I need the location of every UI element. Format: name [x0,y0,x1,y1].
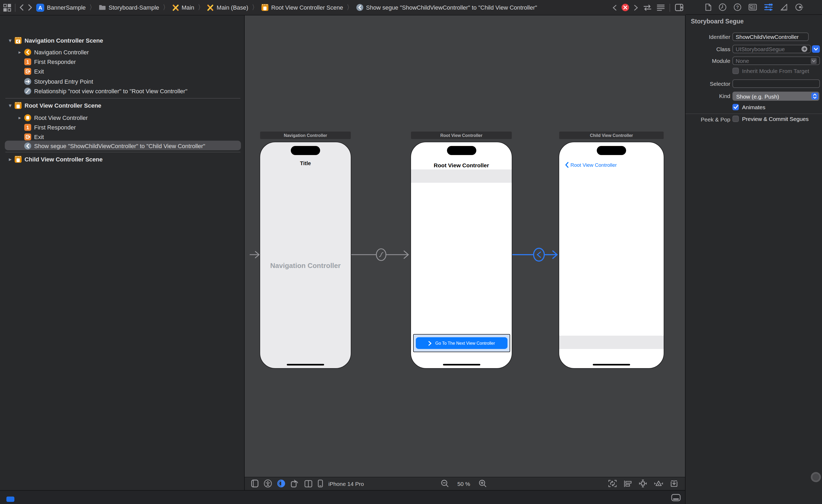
breadcrumb-storyboard[interactable]: Main [172,4,194,11]
forward-button[interactable] [28,4,32,11]
tab-file-inspector[interactable] [705,3,711,11]
outline-label: Root View Controller Scene [25,102,101,108]
outline-row-first-responder[interactable]: 1 First Responder [0,57,268,66]
home-indicator [287,364,324,365]
breadcrumb-scene[interactable]: Root View Controller Scene [261,4,343,11]
scene-title-bar-root-view-controller[interactable]: Root View Controller [410,131,512,140]
breadcrumb-storyboard-base[interactable]: Main (Base) [207,4,249,11]
back-bar-button[interactable]: Root View Controller [565,162,617,168]
inspector-divider[interactable] [685,15,686,504]
module-label: Module [688,58,730,64]
storyboard-file-icon [207,4,214,11]
breadcrumb-group[interactable]: Storyboard-Sample [99,4,159,11]
selector-input[interactable] [736,80,817,87]
disclosure-open-icon[interactable]: ▾ [7,103,13,108]
tab-attributes-inspector-selected[interactable] [764,3,773,11]
outline-row-exit[interactable]: Exit [0,67,268,76]
panel-toggle-icon[interactable] [671,494,681,501]
breadcrumb-separator: 〉 [347,3,352,12]
breadcrumb-separator: 〉 [163,3,168,12]
error-badge-icon[interactable] [622,4,629,11]
kind-popup-button[interactable]: Show (e.g. Push) [733,92,819,101]
split-view-icon[interactable] [304,480,312,487]
outline-label: Storyboard Entry Point [34,78,93,84]
storyboard-canvas[interactable]: Navigation Controller Root View Controll… [245,15,685,477]
outline-row-navigation-controller[interactable]: ▸ Navigation Controller [0,47,261,56]
editor-grid-icon[interactable] [3,3,11,11]
show-segue-connector [512,248,557,261]
entry-point-icon [24,78,31,85]
accessibility-icon[interactable] [264,479,272,487]
tab-connections-inspector[interactable] [795,3,803,11]
add-editor-icon[interactable] [675,4,684,11]
zoom-out-icon[interactable] [441,479,449,487]
toolbar-right-controls [612,0,684,15]
disclosure-closed-icon[interactable]: ▸ [17,115,22,120]
outline-row-nav-scene[interactable]: ▾ Navigation Controller Scene [0,36,252,45]
disclosure-closed-icon[interactable]: ▸ [17,49,22,55]
disclosure-open-icon[interactable]: ▾ [7,38,13,43]
outline-row-show-segue[interactable]: Show segue "ShowChildViewController" to … [0,141,268,150]
outline-row-root-scene[interactable]: ▾ Root View Controller Scene [0,101,252,110]
tab-identity-inspector[interactable] [748,4,757,11]
breadcrumb-segue[interactable]: Show segue "ShowChildViewController" to … [356,4,537,11]
zoom-in-icon[interactable] [479,479,487,487]
scene-title-bar-child-view-controller[interactable]: Child View Controller [559,131,664,140]
selector-field-wrap [733,79,820,88]
phone-child-view-controller[interactable]: Root View Controller [559,142,664,369]
storyboard-file-icon [172,4,179,11]
exit-icon [24,67,31,75]
phone-icon[interactable] [318,479,323,487]
add-constraints-icon[interactable] [639,479,647,487]
toolbar-left-controls: A BannerSample 〉 Storyboard-Sample 〉 Mai… [3,0,537,15]
outline-row-first-responder-2[interactable]: 1 First Responder [0,123,268,132]
next-issue-button[interactable] [634,5,638,10]
module-dropdown-icon[interactable] [811,58,817,64]
orientation-icon[interactable] [291,479,299,487]
zoom-level[interactable]: 50 % [457,480,470,487]
storyboard-tab-indicator[interactable] [6,497,14,502]
outline-row-child-scene[interactable]: ▸ Child View Controller Scene [0,155,252,164]
animates-checkbox[interactable] [733,104,739,110]
dynamic-island [447,146,476,155]
class-dropdown-button[interactable] [812,45,820,52]
chevron-left-icon [565,162,569,168]
embed-icon[interactable] [670,479,678,487]
svg-text:1: 1 [26,125,29,130]
editor-options-icon[interactable] [657,4,665,11]
device-name[interactable]: iPhone 14 Pro [328,480,364,487]
outline-row-exit-2[interactable]: Exit [0,132,268,141]
class-jump-arrow-icon[interactable] [801,46,808,52]
prev-issue-button[interactable] [612,5,617,10]
scene-title-bar-navigation-controller[interactable]: Navigation Controller [260,131,351,140]
first-responder-icon: 1 [24,58,31,65]
peek-pop-checkbox[interactable] [733,116,739,122]
tab-history-inspector[interactable] [718,3,726,11]
disclosure-closed-icon[interactable]: ▸ [7,156,13,162]
peek-pop-label: Peek & Pop [688,116,730,123]
align-icon[interactable] [624,480,632,487]
outline-row-relationship[interactable]: Relationship "root view controller" to "… [0,86,268,95]
outline-label: Show segue "ShowChildViewController" to … [34,143,205,149]
phone-navigation-controller[interactable]: Title Navigation Controller [260,142,351,369]
appearance-toggle-icon[interactable] [277,479,285,487]
outline-row-entry-point[interactable]: Storyboard Entry Point [0,77,268,86]
tab-size-inspector[interactable] [780,3,788,11]
device-bezel-icon[interactable] [251,479,259,487]
class-field[interactable]: UIStoryboardSegue [733,44,811,53]
phone-root-view-controller[interactable]: Root View Controller Go To The Next View… [410,142,512,369]
tab-help-inspector[interactable]: ? [733,3,741,11]
resolve-layout-icon[interactable] [654,479,663,487]
animates-row: Animates [733,104,766,110]
segue-icon [356,4,363,11]
module-field[interactable]: None [733,56,820,65]
go-next-button[interactable]: Go To The Next View Controller [416,337,507,349]
outline-row-root-view-controller[interactable]: ▸ Root View Controller [0,113,261,122]
swap-editor-icon[interactable] [643,4,652,11]
back-button[interactable] [19,4,24,11]
floating-handle[interactable] [811,472,821,482]
inherit-module-checkbox[interactable] [733,68,739,74]
update-frames-icon[interactable] [608,479,617,487]
identifier-input[interactable] [736,34,805,40]
breadcrumb-project[interactable]: A BannerSample [36,3,86,11]
